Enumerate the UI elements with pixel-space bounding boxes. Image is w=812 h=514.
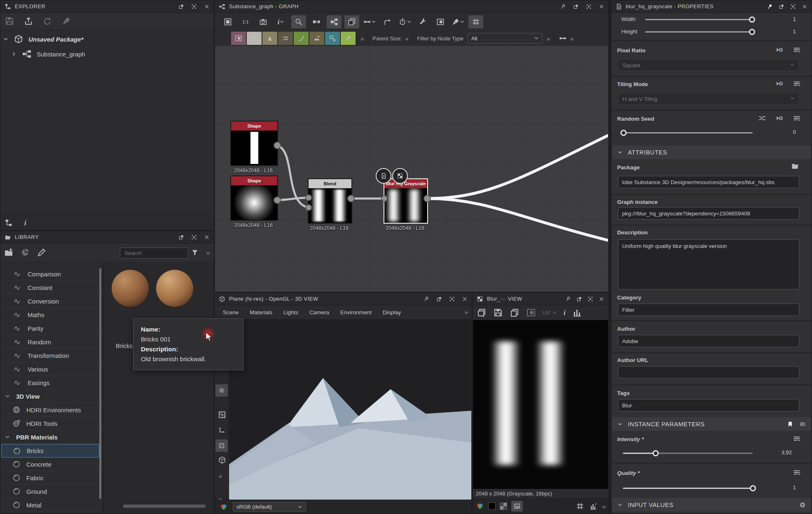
pin-icon[interactable] xyxy=(424,296,429,302)
quality-slider[interactable] xyxy=(623,488,753,489)
library-hscrollbar[interactable] xyxy=(123,505,206,508)
copy-image-icon[interactable] xyxy=(510,308,519,318)
overflow-chevrons[interactable]: » xyxy=(602,503,605,510)
timer-button[interactable] xyxy=(398,15,412,28)
info-icon[interactable]: i xyxy=(564,309,566,316)
expose-parameter-icon[interactable] xyxy=(775,79,784,88)
pin-icon[interactable] xyxy=(560,4,566,9)
float-window-icon[interactable] xyxy=(178,4,184,9)
overflow-chevrons[interactable]: » xyxy=(547,35,550,42)
quality-handle[interactable] xyxy=(750,485,756,491)
graph-node-shape-2[interactable]: Shape xyxy=(230,175,278,221)
tree-item-package[interactable]: Unsaved Package* xyxy=(3,34,83,44)
levels-icon[interactable] xyxy=(589,502,597,510)
library-item-3d-view[interactable]: 3D View xyxy=(1,390,99,403)
close-icon[interactable] xyxy=(204,234,210,240)
library-item-constant[interactable]: Constant xyxy=(1,281,99,294)
asset-thumbnail-bricks-005[interactable] xyxy=(156,270,193,307)
uv-toggle[interactable]: UV xyxy=(543,310,557,316)
menu-overflow-chevrons[interactable]: » xyxy=(465,308,468,315)
maximize-icon[interactable] xyxy=(191,4,197,9)
graph-canvas[interactable]: Shape 2048x2048 - L16 Shape 2048x2048 - … xyxy=(215,46,608,292)
library-item-random[interactable]: Random xyxy=(1,335,99,349)
menu-environment[interactable]: Environment xyxy=(340,309,372,315)
image-display-button[interactable] xyxy=(511,501,523,512)
intensity-handle[interactable] xyxy=(653,450,659,456)
package-input[interactable]: lobe Substance 3D Designer/resources/pac… xyxy=(618,176,799,188)
add-input-icon[interactable] xyxy=(799,502,806,508)
width-slider-handle[interactable] xyxy=(749,16,755,23)
parameter-menu-icon[interactable] xyxy=(793,46,801,54)
library-item-transformation[interactable]: Transformation xyxy=(1,349,99,362)
float-window-icon[interactable] xyxy=(576,296,582,302)
parameter-menu-icon[interactable] xyxy=(793,79,801,88)
graph-node-blend[interactable]: Blend xyxy=(308,178,352,224)
save-image-icon[interactable] xyxy=(493,308,503,318)
menu-camera[interactable]: Camera xyxy=(309,309,329,315)
close-icon[interactable] xyxy=(599,296,604,302)
menu-materials[interactable]: Materials xyxy=(250,309,272,315)
parameter-menu-icon[interactable] xyxy=(793,468,801,477)
link-mode-button[interactable] xyxy=(309,15,324,28)
pin-icon[interactable] xyxy=(767,4,773,9)
preset-icon[interactable] xyxy=(787,421,793,428)
node-type-select[interactable]: All xyxy=(468,33,543,44)
geometry-button[interactable] xyxy=(218,456,226,464)
author-input[interactable]: Adobe xyxy=(618,335,799,347)
layers-view-button[interactable] xyxy=(344,15,359,28)
menu-display[interactable]: Display xyxy=(383,309,401,315)
library-item-pbr-materials[interactable]: PBR Materials xyxy=(1,430,99,444)
input-values-section-header[interactable]: INPUT VALUES xyxy=(612,498,811,512)
edit-icon[interactable] xyxy=(37,248,47,257)
close-icon[interactable] xyxy=(204,4,210,9)
search-box[interactable] xyxy=(120,248,188,259)
float-window-icon[interactable] xyxy=(178,234,184,240)
node-badge-document-icon[interactable] xyxy=(376,168,391,184)
random-seed-handle[interactable] xyxy=(620,130,627,136)
section-menu-icon[interactable] xyxy=(799,421,806,428)
maximize-icon[interactable] xyxy=(587,296,593,302)
library-item-hdri-tools[interactable]: HDRI Tools xyxy=(1,417,99,430)
close-icon[interactable] xyxy=(802,4,807,9)
snapshot-button[interactable] xyxy=(256,15,271,28)
expose-parameter-icon[interactable] xyxy=(775,114,784,122)
library-item-conversion[interactable]: Conversion xyxy=(1,294,99,308)
pin-icon[interactable] xyxy=(565,296,571,302)
tiling-mode-select[interactable]: H and V Tiling xyxy=(618,93,799,105)
pie-icon[interactable] xyxy=(20,248,30,257)
parent-size-chevrons[interactable]: » xyxy=(405,35,408,42)
library-item-parity[interactable]: Parity xyxy=(1,322,99,335)
node-view-button[interactable] xyxy=(327,15,342,28)
frame-select-button[interactable] xyxy=(220,15,235,28)
filter-icon[interactable] xyxy=(191,248,199,257)
transform-axis-button[interactable] xyxy=(218,425,226,434)
maximize-icon[interactable] xyxy=(191,234,197,240)
link-style-button[interactable] xyxy=(362,15,377,28)
view3d-viewport[interactable] xyxy=(229,319,471,500)
category-input[interactable]: Filter xyxy=(618,304,799,316)
switch-filter-button[interactable] xyxy=(278,32,293,45)
library-item-comparison[interactable]: Comparison xyxy=(1,267,99,281)
close-icon[interactable] xyxy=(462,296,468,302)
histogram-icon[interactable] xyxy=(572,308,582,318)
atlas-filter-button[interactable] xyxy=(262,32,277,45)
shuffle-icon[interactable] xyxy=(758,114,766,122)
library-item-various[interactable]: Various xyxy=(1,362,99,376)
refresh-icon[interactable] xyxy=(42,16,52,26)
float-window-icon[interactable] xyxy=(573,4,579,9)
save-icon[interactable] xyxy=(5,16,14,26)
maximize-icon[interactable] xyxy=(449,296,455,302)
search-input[interactable] xyxy=(124,250,185,257)
expose-parameter-icon[interactable] xyxy=(775,46,784,54)
overflow-chevrons[interactable]: » xyxy=(360,35,363,42)
height-slider-handle[interactable] xyxy=(749,29,755,35)
overflow-chevrons[interactable]: » xyxy=(570,35,573,42)
random-view-button[interactable] xyxy=(215,439,228,452)
maximize-icon[interactable] xyxy=(586,4,592,9)
transform-filter-button[interactable] xyxy=(325,32,340,45)
explorer-tab-info-icon[interactable]: i xyxy=(24,220,26,227)
toolbar-overflow-chevrons[interactable]: » xyxy=(219,472,222,479)
library-item-bricks[interactable]: Bricks xyxy=(1,444,99,458)
connection-icon[interactable] xyxy=(559,34,567,42)
menu-scene[interactable]: Scene xyxy=(223,309,239,315)
